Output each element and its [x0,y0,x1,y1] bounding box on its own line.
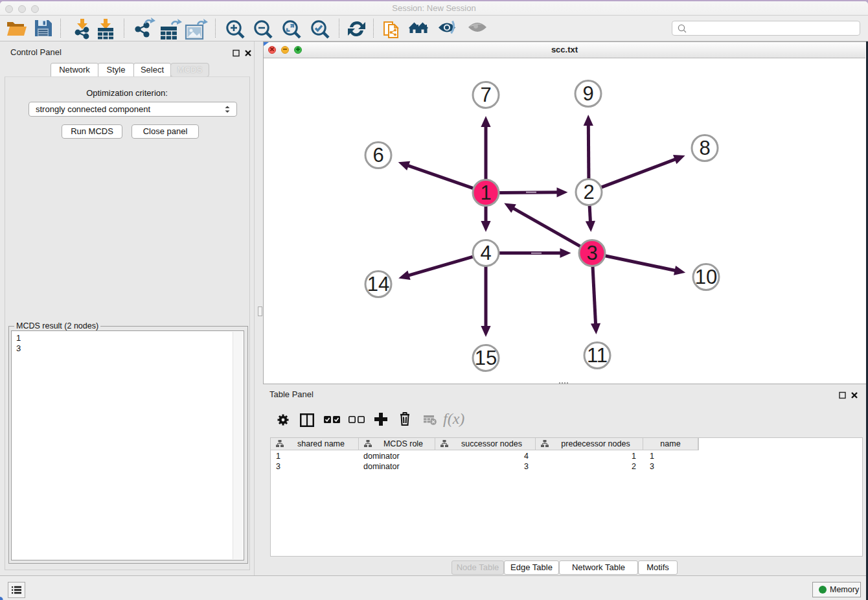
svg-text:4: 4 [480,242,491,264]
svg-text:1: 1 [480,181,491,204]
svg-text:6: 6 [372,144,383,167]
svg-text:f(x): f(x) [443,410,464,427]
svg-text:14: 14 [367,273,389,295]
svg-text:15: 15 [475,347,497,369]
svg-text:3: 3 [586,242,597,264]
svg-text:7: 7 [480,84,491,106]
svg-text:9: 9 [582,82,593,105]
svg-text:11: 11 [587,344,608,367]
svg-text:2: 2 [583,181,594,203]
svg-text:8: 8 [699,137,710,159]
svg-text:10: 10 [695,266,717,288]
